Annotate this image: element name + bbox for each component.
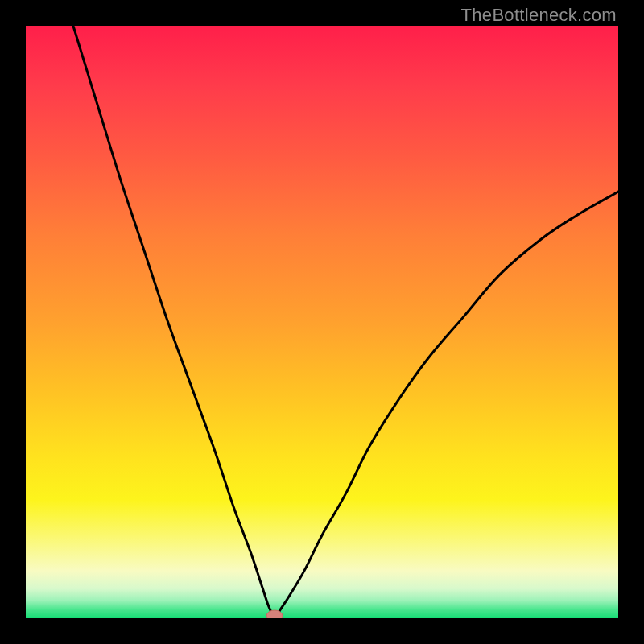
v-curve-path	[73, 26, 618, 618]
chart-frame: TheBottleneck.com	[0, 0, 644, 644]
minimum-marker-dot	[266, 610, 283, 618]
bottleneck-curve	[26, 26, 618, 618]
plot-area	[26, 26, 618, 618]
watermark-text: TheBottleneck.com	[461, 5, 617, 26]
